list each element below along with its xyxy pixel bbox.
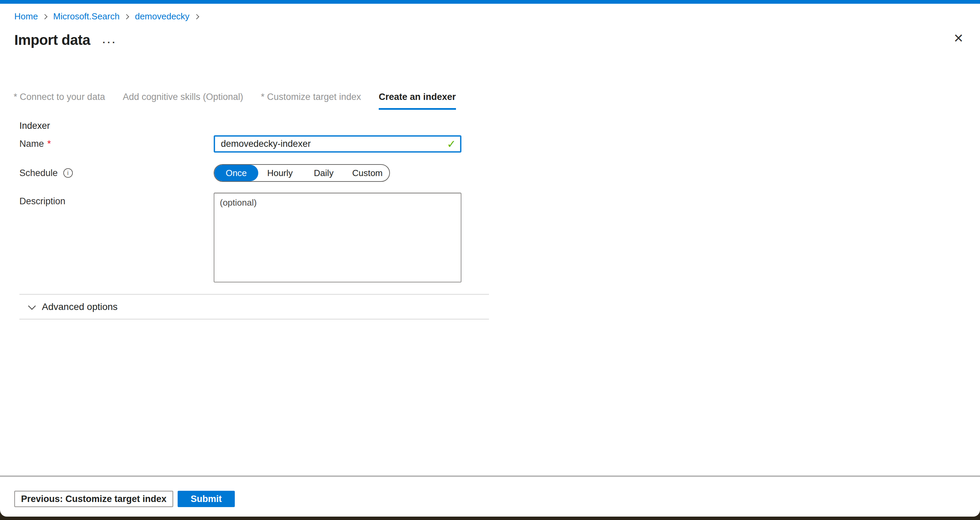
header: Home Microsoft.Search demovedecky Import… (0, 4, 980, 48)
title-row: Import data ··· (14, 32, 980, 48)
name-label-text: Name (19, 139, 44, 149)
name-label: Name * (19, 139, 214, 149)
advanced-options-label: Advanced options (42, 301, 118, 312)
close-button[interactable]: ✕ (953, 32, 964, 44)
schedule-option-daily[interactable]: Daily (302, 165, 346, 181)
required-asterisk: * (47, 139, 51, 149)
chevron-right-icon (124, 14, 129, 19)
import-data-panel: Home Microsoft.Search demovedecky Import… (0, 0, 980, 517)
breadcrumb-link-demovedecky[interactable]: demovedecky (135, 11, 189, 22)
schedule-toggle-group: Once Hourly Daily Custom (214, 164, 390, 182)
section-label-indexer: Indexer (19, 120, 980, 131)
chevron-right-icon (42, 14, 48, 19)
indexer-form: Indexer Name * ✓ Schedule i Once Hourly … (19, 120, 980, 282)
name-row: Name * ✓ (19, 135, 980, 152)
info-icon[interactable]: i (63, 168, 73, 178)
description-label: Description (19, 196, 214, 207)
name-input-wrapper: ✓ (214, 135, 461, 152)
chevron-down-icon (28, 302, 36, 310)
more-options-button[interactable]: ··· (102, 33, 117, 47)
footer-bar: Previous: Customize target index Submit (0, 476, 980, 507)
submit-button[interactable]: Submit (178, 491, 235, 507)
valid-check-icon: ✓ (447, 138, 456, 151)
previous-button[interactable]: Previous: Customize target index (14, 491, 173, 507)
chevron-right-icon (194, 14, 199, 19)
divider (19, 319, 489, 319)
breadcrumb-link-microsoft-search[interactable]: Microsoft.Search (53, 11, 119, 22)
tab-connect-to-your-data[interactable]: * Connect to your data (14, 92, 105, 110)
description-label-text: Description (19, 196, 65, 207)
close-icon: ✕ (953, 31, 964, 45)
breadcrumb: Home Microsoft.Search demovedecky (14, 11, 980, 22)
breadcrumb-link-home[interactable]: Home (14, 11, 38, 22)
schedule-option-custom[interactable]: Custom (346, 165, 390, 181)
page-title: Import data (14, 32, 90, 48)
schedule-row: Schedule i Once Hourly Daily Custom (19, 164, 980, 182)
tab-customize-target-index[interactable]: * Customize target index (261, 92, 361, 110)
schedule-option-once[interactable]: Once (215, 165, 258, 181)
schedule-label: Schedule i (19, 168, 214, 178)
advanced-options-toggle[interactable]: Advanced options (28, 295, 980, 319)
portal-top-accent-bar (0, 0, 980, 4)
schedule-option-hourly[interactable]: Hourly (258, 165, 302, 181)
tab-add-cognitive-skills[interactable]: Add cognitive skills (Optional) (123, 92, 243, 110)
wizard-tabs: * Connect to your data Add cognitive ski… (14, 92, 980, 110)
schedule-label-text: Schedule (19, 168, 58, 178)
description-textarea[interactable] (214, 193, 461, 282)
description-row: Description (19, 193, 980, 282)
name-input[interactable] (214, 135, 461, 152)
tab-create-an-indexer[interactable]: Create an indexer (379, 92, 456, 110)
